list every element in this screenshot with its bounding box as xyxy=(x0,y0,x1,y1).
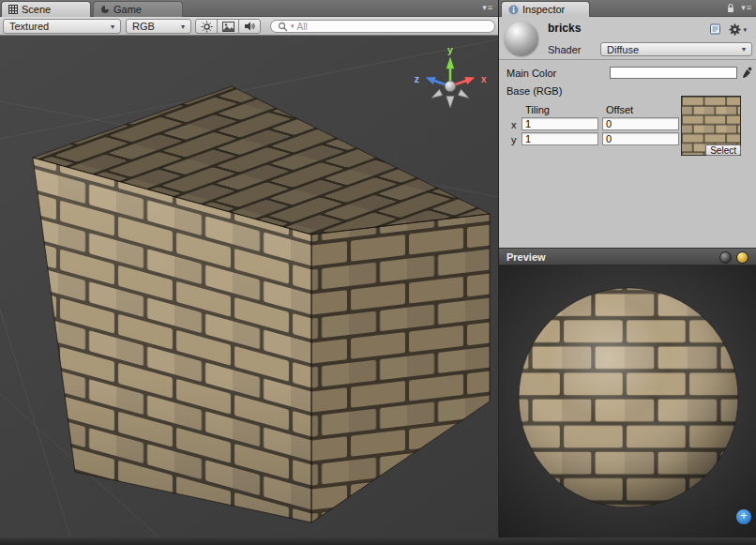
scene-overlay-toggle[interactable] xyxy=(217,19,239,34)
tiling-y-input[interactable] xyxy=(522,132,598,145)
preview-sphere xyxy=(499,265,756,537)
offset-y-input[interactable] xyxy=(602,132,679,145)
material-name: bricks xyxy=(548,22,581,35)
tab-scene-label: Scene xyxy=(22,4,51,15)
eyedropper-icon[interactable] xyxy=(740,66,753,79)
main-color-swatch[interactable] xyxy=(610,67,737,79)
orientation-gizmo-axes: y x z xyxy=(409,45,491,128)
preview-model-toggle-icon[interactable] xyxy=(719,251,732,264)
tab-inspector-label: Inspector xyxy=(522,4,565,15)
scene-panel-menu-icon[interactable]: ▾≡ xyxy=(482,3,493,12)
texture-select-button[interactable]: Select xyxy=(705,144,741,156)
tiling-x-input[interactable] xyxy=(522,117,598,130)
shader-label: Shader xyxy=(548,44,581,55)
scene-pane: Scene Game ▾≡ Textured ▾ RGB ▾ xyxy=(0,0,498,537)
inspector-panel-menu-icon[interactable]: ▾≡ xyxy=(741,3,752,12)
inspector-pane: Inspector ▾≡ bricks Shader Diffuse ▾ ▾ xyxy=(498,0,756,537)
info-icon xyxy=(508,5,519,15)
texture-thumbnail[interactable]: Select xyxy=(681,96,741,156)
scene-search-input[interactable]: ▾ All xyxy=(270,20,495,33)
gear-icon[interactable]: ▾ xyxy=(729,23,747,36)
preview-light-toggle-icon[interactable] xyxy=(736,251,748,264)
search-filter-label: All xyxy=(297,22,308,32)
offset-header: Offset xyxy=(606,104,633,115)
offset-x-input[interactable] xyxy=(602,117,679,130)
inspector-tabstrip: Inspector ▾≡ xyxy=(499,0,756,17)
preview-title: Preview xyxy=(507,251,546,263)
chevron-down-icon: ▾ xyxy=(742,45,746,53)
material-header: bricks Shader Diffuse ▾ ▾ xyxy=(499,17,756,60)
base-rgb-label: Base (RGB) xyxy=(507,85,562,97)
window-bottom-edge xyxy=(0,537,756,545)
material-ball-icon xyxy=(505,22,538,55)
help-doc-icon[interactable] xyxy=(710,23,720,35)
unity-editor-window: Scene Game ▾≡ Textured ▾ RGB ▾ xyxy=(0,0,756,545)
tab-game[interactable]: Game xyxy=(93,1,183,17)
tiling-row-y-label: y xyxy=(511,134,517,145)
tab-scene[interactable]: Scene xyxy=(1,1,91,17)
orientation-gizmo[interactable]: y x z xyxy=(409,45,491,128)
scene-lighting-toggle[interactable] xyxy=(195,19,218,34)
chevron-down-icon: ▾ xyxy=(181,23,185,31)
scene-viewport[interactable]: y x z xyxy=(0,36,498,537)
brick-cube xyxy=(33,86,490,522)
sun-icon xyxy=(201,21,213,33)
render-mode-dropdown[interactable]: RGB ▾ xyxy=(126,19,191,34)
search-icon xyxy=(278,22,288,32)
add-button[interactable]: + xyxy=(736,509,751,524)
chevron-down-icon: ▾ xyxy=(111,23,114,31)
game-icon xyxy=(100,5,110,14)
tiling-header: Tiling xyxy=(525,104,550,115)
scene-audio-toggle[interactable] xyxy=(238,19,261,34)
main-color-label: Main Color xyxy=(507,68,556,79)
gizmo-x-label: x xyxy=(481,74,487,84)
gizmo-y-label: y xyxy=(447,45,453,55)
chevron-down-icon: ▾ xyxy=(743,26,747,34)
scene-toolbar: Textured ▾ RGB ▾ xyxy=(0,17,498,36)
tiling-row-x-label: x xyxy=(511,119,517,130)
speaker-icon xyxy=(244,21,255,32)
preview-header: Preview xyxy=(499,248,756,265)
material-preview-area[interactable]: + xyxy=(499,265,756,537)
lock-icon[interactable] xyxy=(726,3,735,13)
chevron-down-icon: ▾ xyxy=(291,23,295,30)
scene-tabstrip: Scene Game ▾≡ xyxy=(0,0,498,17)
draw-mode-value: Textured xyxy=(9,21,49,32)
render-mode-value: RGB xyxy=(132,21,155,32)
shader-dropdown[interactable]: Diffuse ▾ xyxy=(600,42,752,56)
scene-grid-icon xyxy=(8,5,18,14)
tab-inspector[interactable]: Inspector xyxy=(501,1,590,17)
draw-mode-dropdown[interactable]: Textured ▾ xyxy=(3,19,121,34)
gizmo-z-label: z xyxy=(415,74,419,84)
tab-game-label: Game xyxy=(113,4,142,15)
image-icon xyxy=(222,22,234,32)
shader-value: Diffuse xyxy=(607,44,639,55)
